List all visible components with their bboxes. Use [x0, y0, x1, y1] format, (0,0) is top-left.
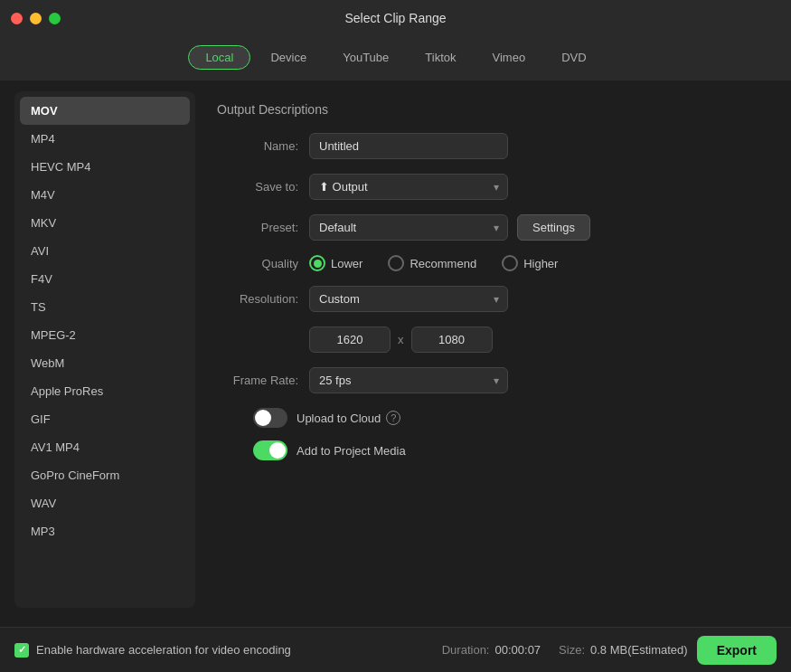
preset-select[interactable]: Default: [309, 214, 508, 241]
quality-higher[interactable]: Higher: [502, 255, 558, 271]
sidebar-item-webm[interactable]: WebM: [20, 349, 190, 377]
hw-accel-row: Enable hardware acceleration for video e…: [14, 643, 433, 658]
hw-accel-checkbox[interactable]: [14, 643, 29, 658]
resolution-label: Resolution:: [217, 292, 298, 306]
main-content: MOV MP4 HEVC MP4 M4V MKV AVI F4V TS MPEG…: [0, 80, 791, 619]
tab-device[interactable]: Device: [254, 46, 323, 69]
resolution-height-input[interactable]: [411, 327, 493, 353]
sidebar-item-mkv[interactable]: MKV: [20, 209, 190, 237]
recommend-radio-circle[interactable]: [388, 255, 404, 271]
add-project-row: Add to Project Media: [217, 440, 755, 460]
quality-lower[interactable]: Lower: [309, 255, 363, 271]
duration-item: Duration: 00:00:07: [442, 643, 541, 657]
save-to-row: Save to: ⬆ Output: [217, 174, 755, 200]
preset-row: Preset: Default Settings: [217, 214, 755, 241]
sidebar-item-apple-prores[interactable]: Apple ProRes: [20, 377, 190, 405]
sidebar-item-mpeg2[interactable]: MPEG-2: [20, 321, 190, 349]
size-item: Size: 0.8 MB(Estimated): [559, 643, 688, 657]
tab-tiktok[interactable]: Tiktok: [409, 46, 472, 69]
sidebar-item-gif[interactable]: GIF: [20, 405, 190, 433]
upload-cloud-label: Upload to Cloud: [297, 412, 381, 425]
sidebar-item-f4v[interactable]: F4V: [20, 265, 190, 293]
name-row: Name:: [217, 133, 755, 159]
higher-radio-label: Higher: [523, 257, 558, 270]
name-input[interactable]: [309, 133, 508, 159]
format-sidebar: MOV MP4 HEVC MP4 M4V MKV AVI F4V TS MPEG…: [14, 91, 195, 608]
sidebar-item-mp3[interactable]: MP3: [20, 517, 190, 545]
title-bar: Select Clip Range: [0, 0, 791, 36]
resolution-width-input[interactable]: [309, 327, 391, 353]
upload-cloud-toggle[interactable]: [253, 408, 287, 428]
sidebar-item-mp4[interactable]: MP4: [20, 125, 190, 153]
resolution-select[interactable]: Custom: [309, 286, 508, 312]
window-title: Select Clip Range: [344, 11, 446, 25]
close-button[interactable]: [11, 13, 23, 24]
size-value: 0.8 MB(Estimated): [590, 643, 688, 657]
output-panel: Output Descriptions Name: Save to: ⬆ Out…: [195, 91, 777, 608]
minimize-button[interactable]: [30, 13, 42, 24]
sidebar-item-mov[interactable]: MOV: [20, 97, 190, 125]
sidebar-item-m4v[interactable]: M4V: [20, 181, 190, 209]
settings-button[interactable]: Settings: [517, 214, 590, 241]
frame-rate-row: Frame Rate: 25 fps: [217, 367, 755, 393]
save-to-label: Save to:: [217, 180, 298, 194]
duration-value: 00:00:07: [494, 643, 541, 657]
tab-vimeo[interactable]: Vimeo: [476, 46, 542, 69]
save-to-select-wrapper: ⬆ Output: [309, 174, 508, 200]
sidebar-item-ts[interactable]: TS: [20, 293, 190, 321]
upload-cloud-help-icon[interactable]: ?: [386, 411, 400, 425]
quality-recommend[interactable]: Recommend: [388, 255, 476, 271]
lower-radio-circle[interactable]: [309, 255, 325, 271]
resolution-inputs-row: x: [217, 327, 755, 353]
frame-rate-select[interactable]: 25 fps: [309, 367, 508, 393]
preset-label: Preset:: [217, 221, 298, 234]
higher-radio-circle[interactable]: [502, 255, 518, 271]
size-label: Size:: [559, 643, 585, 657]
upload-cloud-row: Upload to Cloud ?: [217, 408, 755, 428]
tab-bar: Local Device YouTube Tiktok Vimeo DVD: [0, 36, 791, 80]
resolution-row: Resolution: Custom: [217, 286, 755, 312]
quality-radio-group: Lower Recommend Higher: [309, 255, 558, 271]
sidebar-item-avi[interactable]: AVI: [20, 237, 190, 265]
duration-label: Duration:: [442, 643, 490, 657]
export-button[interactable]: Export: [697, 636, 777, 665]
quality-row: Quality Lower Recommend Higher: [217, 255, 755, 271]
tab-local[interactable]: Local: [188, 45, 250, 70]
tab-dvd[interactable]: DVD: [545, 46, 602, 69]
quality-label: Quality: [217, 257, 298, 270]
preset-select-wrapper: Default: [309, 214, 508, 241]
hw-accel-label: Enable hardware acceleration for video e…: [36, 643, 291, 657]
maximize-button[interactable]: [49, 13, 61, 24]
sidebar-item-gopro-cineform[interactable]: GoPro CineForm: [20, 461, 190, 489]
recommend-radio-label: Recommend: [410, 257, 476, 270]
sidebar-item-av1-mp4[interactable]: AV1 MP4: [20, 433, 190, 461]
frame-rate-label: Frame Rate:: [217, 374, 298, 387]
tab-youtube[interactable]: YouTube: [326, 46, 405, 69]
sidebar-item-hevc-mp4[interactable]: HEVC MP4: [20, 153, 190, 181]
add-project-label: Add to Project Media: [297, 444, 406, 458]
frame-rate-select-wrapper: 25 fps: [309, 367, 508, 393]
bottom-info: Duration: 00:00:07 Size: 0.8 MB(Estimate…: [442, 643, 688, 657]
resolution-select-wrapper: Custom: [309, 286, 508, 312]
section-title: Output Descriptions: [217, 102, 755, 117]
sidebar-item-wav[interactable]: WAV: [20, 489, 190, 517]
add-project-toggle[interactable]: [253, 440, 287, 460]
save-to-select[interactable]: ⬆ Output: [309, 174, 508, 200]
resolution-x-separator: x: [398, 333, 404, 346]
preset-row-inner: Default Settings: [309, 214, 590, 241]
bottom-bar: Enable hardware acceleration for video e…: [0, 627, 791, 672]
resolution-inputs: x: [309, 327, 493, 353]
name-label: Name:: [217, 139, 298, 153]
window-controls: [11, 13, 61, 24]
lower-radio-label: Lower: [331, 257, 363, 270]
